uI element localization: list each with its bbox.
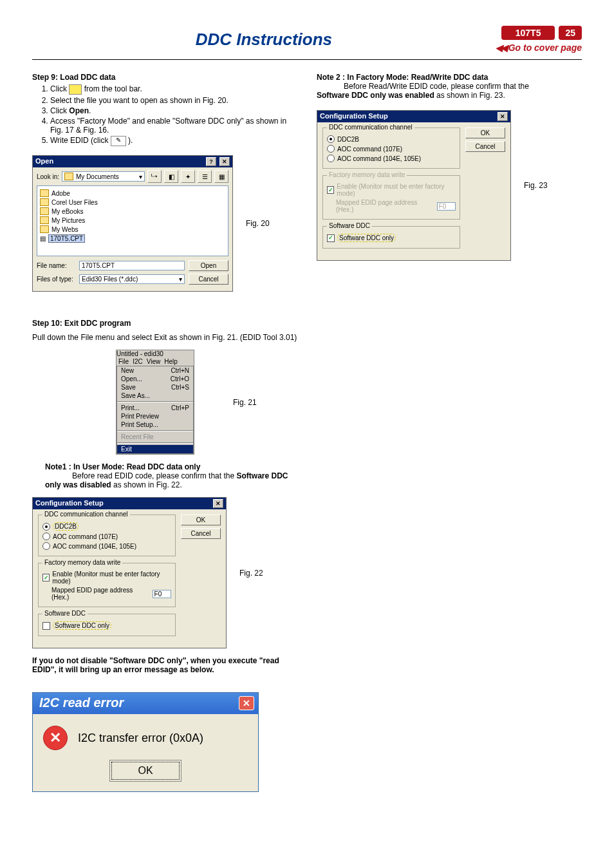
open-dialog: Open ? ✕ Look in: My Documents ▾ ⮡ ◧: [32, 155, 233, 292]
check-enable-factory[interactable]: [42, 574, 50, 581]
file-name-input[interactable]: 170T5.CPT: [79, 261, 185, 270]
radio-aoc107e[interactable]: [42, 533, 50, 540]
error-message: I2C transfer error (0x0A): [78, 731, 203, 745]
cancel-button[interactable]: Cancel: [181, 528, 221, 539]
rewind-icon: ◀◀: [496, 42, 506, 53]
config-dialog-23: Configuration Setup ✕ DDC communication …: [317, 110, 511, 261]
open-file-icon: [69, 84, 82, 95]
menu-item-save[interactable]: SaveCtrl+S: [117, 383, 193, 392]
close-icon[interactable]: ✕: [219, 157, 230, 166]
desktop-icon[interactable]: ◧: [164, 170, 178, 183]
note1-title: Note1 : In User Mode: Read DDC data only: [45, 462, 200, 471]
step9-item-2: Select the file you want to open as show…: [50, 96, 297, 105]
mapped-address-input[interactable]: F0: [153, 590, 171, 598]
check-software-ddc-only[interactable]: [42, 622, 50, 630]
warning-text: If you do not disable "Software DDC only…: [32, 656, 297, 674]
menu-i2c[interactable]: I2C: [133, 358, 143, 365]
fig20-label: Fig. 20: [246, 219, 270, 228]
cancel-button[interactable]: Cancel: [189, 274, 228, 285]
i2c-error-dialog: I2C read error ✕ ✕ I2C transfer error (0…: [32, 692, 259, 792]
menu-item-saveas[interactable]: Save As...: [117, 392, 193, 400]
help-icon[interactable]: ?: [206, 157, 216, 166]
close-icon[interactable]: ✕: [498, 112, 508, 121]
open-dialog-title: Open: [35, 157, 53, 166]
edid-file-menu: Untitled - edid30 File I2C View Help New…: [116, 350, 194, 455]
write-edid-icon: ✎: [111, 136, 126, 146]
cancel-button[interactable]: Cancel: [465, 141, 505, 152]
page-number-badge: 25: [559, 26, 582, 40]
menu-item-print[interactable]: Print...Ctrl+P: [117, 404, 193, 412]
menu-item-recent: Recent File: [117, 433, 193, 441]
folder-icon: [40, 189, 49, 197]
go-to-cover-link[interactable]: ◀◀ Go to cover page: [496, 42, 582, 53]
step9-title: Step 9: Load DDC data: [32, 73, 297, 82]
note2-title: Note 2 : In Factory Mode: Read/Write DDC…: [317, 73, 488, 82]
file-list[interactable]: Adobe Corel User Files My eBooks My Pict…: [37, 185, 228, 256]
step10-body: Pull down the File menu and select Exit …: [32, 333, 297, 342]
fig21-label: Fig. 21: [233, 398, 257, 407]
ok-button[interactable]: OK: [181, 514, 221, 525]
folder-icon: [40, 216, 49, 224]
close-icon[interactable]: ✕: [239, 696, 254, 710]
fig22-label: Fig. 22: [239, 569, 263, 578]
step9-item-3: Click Open.: [50, 106, 297, 115]
open-button[interactable]: Open: [189, 260, 228, 271]
mapped-address-input: F0: [437, 202, 456, 211]
look-in-label: Look in:: [37, 173, 59, 180]
check-software-ddc-only[interactable]: [327, 234, 335, 242]
selected-file[interactable]: 170T5.CPT: [48, 234, 85, 243]
page-title: DDC Instructions: [32, 30, 496, 50]
file-icon: ▤: [40, 235, 46, 242]
config-dialog-22: Configuration Setup ✕ DDC communication …: [32, 497, 227, 648]
menu-item-open[interactable]: Open...Ctrl+O: [117, 375, 193, 383]
folder-icon: [40, 225, 49, 233]
radio-ddc2b[interactable]: [327, 135, 335, 143]
menu-item-new[interactable]: NewCtrl+N: [117, 366, 193, 375]
ok-button[interactable]: OK: [465, 127, 505, 138]
file-name-label: File name:: [37, 262, 75, 269]
file-type-dropdown[interactable]: Edid30 Files (*.ddc)▾: [79, 274, 185, 284]
folder-icon: [64, 173, 73, 180]
file-type-label: Files of type:: [37, 276, 75, 283]
new-folder-icon[interactable]: ✦: [181, 170, 195, 183]
menu-item-printsetup[interactable]: Print Setup...: [117, 420, 193, 429]
radio-aoc107e[interactable]: [327, 145, 335, 153]
details-view-icon[interactable]: ▦: [214, 170, 228, 183]
check-enable-factory: [327, 186, 334, 194]
error-icon: ✕: [43, 726, 68, 750]
up-folder-icon[interactable]: ⮡: [147, 170, 162, 183]
step9-list: Click from the tool bar. Select the file…: [32, 84, 297, 146]
menu-file[interactable]: File: [118, 358, 129, 365]
radio-aoc104e[interactable]: [42, 542, 50, 550]
menu-help[interactable]: Help: [164, 358, 178, 365]
radio-ddc2b[interactable]: [42, 523, 50, 531]
folder-icon: [40, 198, 49, 206]
fig23-label: Fig. 23: [524, 181, 548, 190]
close-icon[interactable]: ✕: [213, 499, 223, 508]
ok-button[interactable]: OK: [111, 762, 179, 780]
list-view-icon[interactable]: ☰: [198, 170, 212, 183]
cover-link-label: Go to cover page: [508, 42, 582, 53]
step10-title: Step 10: Exit DDC program: [32, 319, 297, 328]
step9-item-4: Access "Factory Mode" and enable "Softwa…: [50, 117, 297, 135]
look-in-dropdown[interactable]: My Documents ▾: [62, 171, 145, 182]
step9-item-1: Click from the tool bar.: [50, 84, 297, 95]
menu-item-preview[interactable]: Print Preview: [117, 412, 193, 420]
error-title: I2C read error: [39, 695, 124, 710]
menu-item-exit[interactable]: Exit: [117, 445, 193, 453]
model-badge: 107T5: [501, 26, 555, 40]
menu-view[interactable]: View: [147, 358, 161, 365]
divider: [32, 59, 582, 60]
folder-icon: [40, 207, 49, 215]
step9-item-5: Write EDID (click ✎ ).: [50, 136, 297, 146]
radio-aoc104e[interactable]: [327, 155, 335, 162]
